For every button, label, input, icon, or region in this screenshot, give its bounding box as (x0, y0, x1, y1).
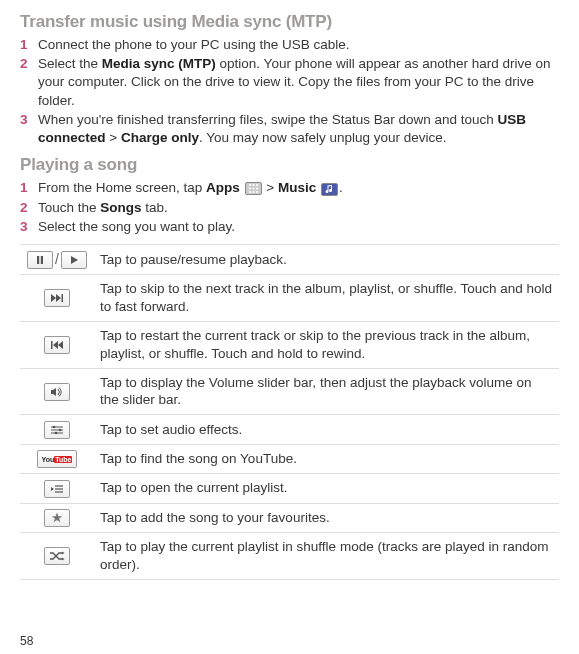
step-number: 1 (20, 36, 38, 54)
control-icon-cell (20, 415, 94, 444)
equalizer-icon (44, 421, 70, 439)
table-row: Tap to skip to the next track in the alb… (20, 275, 559, 322)
table-row: /Tap to pause/resume playback. (20, 244, 559, 274)
text-run: . (339, 180, 343, 195)
volume-icon (44, 383, 70, 401)
control-icon-cell: / (20, 244, 94, 274)
svg-rect-10 (41, 256, 43, 264)
control-icon-cell (20, 474, 94, 503)
bold-text: Media sync (MTP) (102, 56, 216, 71)
svg-point-1 (252, 184, 254, 186)
svg-point-7 (252, 191, 254, 193)
step-number: 3 (20, 218, 38, 236)
text-run: Touch the (38, 200, 100, 215)
step-item: 1From the Home screen, tap Apps > Music … (20, 179, 559, 197)
text-run: tab. (142, 200, 168, 215)
svg-point-6 (248, 191, 250, 193)
step-number: 2 (20, 199, 38, 217)
control-description: Tap to play the current playlist in shuf… (94, 533, 559, 580)
step-item: 3When you're finished transferring files… (20, 111, 559, 147)
svg-point-2 (255, 184, 257, 186)
svg-rect-9 (37, 256, 39, 264)
bold-text: Charge only (121, 130, 199, 145)
svg-point-8 (255, 191, 257, 193)
playlist-icon (44, 480, 70, 498)
step-text: Select the Media sync (MTP) option. Your… (38, 55, 559, 110)
control-icon-cell (20, 322, 94, 369)
svg-point-18 (55, 431, 58, 434)
table-row: Tap to restart the current track or skip… (20, 322, 559, 369)
bold-text: Songs (100, 200, 141, 215)
step-text: Connect the phone to your PC using the U… (38, 36, 559, 54)
table-row: Tap to set audio effects. (20, 415, 559, 444)
text-run: Select the (38, 56, 102, 71)
step-item: 3Select the song you want to play. (20, 218, 559, 236)
step-item: 1Connect the phone to your PC using the … (20, 36, 559, 54)
svg-point-14 (53, 425, 56, 428)
step-number: 2 (20, 55, 38, 73)
step-number: 1 (20, 179, 38, 197)
control-description: Tap to skip to the next track in the alb… (94, 275, 559, 322)
control-icon-cell (20, 368, 94, 415)
section-title-playing: Playing a song (20, 155, 559, 175)
apps-grid-icon (245, 182, 262, 195)
svg-point-0 (248, 184, 250, 186)
svg-point-3 (248, 188, 250, 190)
step-text: From the Home screen, tap Apps > Music . (38, 179, 559, 197)
step-text: Touch the Songs tab. (38, 199, 559, 217)
control-description: Tap to restart the current track or skip… (94, 322, 559, 369)
control-description: Tap to open the current playlist. (94, 474, 559, 503)
text-run (240, 180, 244, 195)
step-item: 2Touch the Songs tab. (20, 199, 559, 217)
youtube-icon: YouTube (37, 450, 77, 468)
shuffle-icon (44, 547, 70, 565)
svg-rect-11 (62, 294, 64, 302)
table-row: Tap to display the Volume slider bar, th… (20, 368, 559, 415)
text-run: Select the song you want to play. (38, 219, 235, 234)
text-run: > (106, 130, 121, 145)
table-row: Tap to open the current playlist. (20, 474, 559, 503)
prev-track-icon (44, 336, 70, 354)
controls-body: /Tap to pause/resume playback.Tap to ski… (20, 244, 559, 579)
section-title-transfer: Transfer music using Media sync (MTP) (20, 12, 559, 32)
svg-point-5 (255, 188, 257, 190)
control-description: Tap to add the song to your favourites. (94, 503, 559, 532)
table-row: YouTubeTap to find the song on YouTube. (20, 444, 559, 473)
pause-icon (27, 251, 53, 269)
text-run: Connect the phone to your PC using the U… (38, 37, 349, 52)
text-run: From the Home screen, tap (38, 180, 206, 195)
page-number: 58 (20, 634, 33, 648)
svg-rect-12 (51, 341, 53, 349)
control-icon-cell (20, 503, 94, 532)
text-run: > (263, 180, 278, 195)
control-description: Tap to find the song on YouTube. (94, 444, 559, 473)
step-text: When you're finished transferring files,… (38, 111, 559, 147)
separator: / (55, 251, 59, 267)
table-row: Tap to play the current playlist in shuf… (20, 533, 559, 580)
text-run (316, 180, 320, 195)
controls-table: /Tap to pause/resume playback.Tap to ski… (20, 244, 559, 580)
text-run: When you're finished transferring files,… (38, 112, 498, 127)
bold-text: Music (278, 180, 316, 195)
bold-text: Apps (206, 180, 240, 195)
control-icon-cell (20, 275, 94, 322)
steps-playing: 1From the Home screen, tap Apps > Music … (20, 179, 559, 236)
music-app-icon (321, 183, 338, 196)
control-description: Tap to display the Volume slider bar, th… (94, 368, 559, 415)
next-track-icon (44, 289, 70, 307)
control-icon-cell (20, 533, 94, 580)
step-item: 2Select the Media sync (MTP) option. You… (20, 55, 559, 110)
control-description: Tap to pause/resume playback. (94, 244, 559, 274)
steps-transfer: 1Connect the phone to your PC using the … (20, 36, 559, 147)
svg-point-4 (252, 188, 254, 190)
step-number: 3 (20, 111, 38, 129)
control-description: Tap to set audio effects. (94, 415, 559, 444)
step-text: Select the song you want to play. (38, 218, 559, 236)
play-icon (61, 251, 87, 269)
text-run: . You may now safely unplug your device. (199, 130, 447, 145)
svg-point-16 (59, 428, 62, 431)
control-icon-cell: YouTube (20, 444, 94, 473)
table-row: Tap to add the song to your favourites. (20, 503, 559, 532)
favourite-star-icon (44, 509, 70, 527)
